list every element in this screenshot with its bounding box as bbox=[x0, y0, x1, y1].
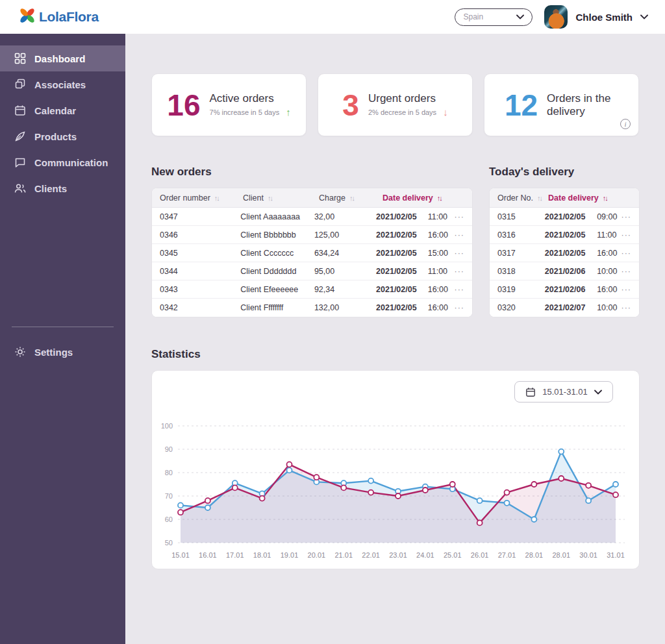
time-cell: 10:00 bbox=[597, 303, 621, 312]
date-range-select[interactable]: 15.01-31.01 bbox=[514, 381, 613, 402]
charge-cell: 32,00 bbox=[314, 212, 376, 221]
order-number-cell: 0346 bbox=[152, 230, 240, 240]
table-row: 03172021/02/0516:00··· bbox=[490, 244, 639, 262]
date-cell: 2021/02/05 bbox=[376, 249, 428, 258]
sidebar-item-clients[interactable]: Clients bbox=[0, 175, 125, 201]
tables-row: New orders Order number↑↓ Client↑↓ Charg… bbox=[151, 166, 639, 317]
row-actions-button[interactable]: ··· bbox=[621, 303, 640, 312]
charge-cell: 132,00 bbox=[314, 303, 376, 312]
svg-text:27.01: 27.01 bbox=[498, 551, 516, 559]
sidebar-item-label: Calendar bbox=[34, 105, 76, 116]
people-icon bbox=[14, 182, 26, 194]
todays-delivery-table: Order No.↑↓ Date delivery↑↓ 03152021/02/… bbox=[489, 188, 640, 317]
row-actions-button[interactable]: ··· bbox=[621, 285, 640, 294]
svg-text:21.01: 21.01 bbox=[334, 551, 353, 559]
user-menu[interactable]: Chloe Smith bbox=[544, 5, 648, 29]
date-cell: 2021/02/06 bbox=[545, 285, 597, 294]
col-charge[interactable]: Charge↑↓ bbox=[319, 193, 383, 203]
statistics-chart-card: 15.01-31.01 506070809010015.0116.0117.01… bbox=[151, 370, 640, 569]
time-cell: 11:00 bbox=[597, 230, 621, 240]
svg-text:28.01: 28.01 bbox=[525, 551, 544, 559]
charge-cell: 634,24 bbox=[314, 249, 376, 258]
calendar-icon bbox=[14, 105, 26, 116]
sidebar-item-dashboard[interactable]: Dashboard bbox=[0, 45, 125, 71]
table-row: 03182021/02/0610:00··· bbox=[490, 262, 639, 280]
row-actions-button[interactable]: ··· bbox=[455, 267, 473, 276]
logo[interactable]: LolaFlora bbox=[18, 6, 99, 27]
col-date-delivery[interactable]: Date delivery↑↓ bbox=[548, 193, 607, 203]
time-cell: 16:00 bbox=[597, 249, 621, 258]
sidebar-item-label: Communication bbox=[34, 157, 108, 168]
date-cell: 2021/02/05 bbox=[376, 303, 428, 312]
sort-icon: ↑↓ bbox=[214, 194, 219, 202]
row-actions-button[interactable]: ··· bbox=[621, 212, 640, 221]
active-orders-label: Active orders bbox=[210, 92, 291, 105]
statistics-title: Statistics bbox=[151, 348, 639, 361]
row-actions-button[interactable]: ··· bbox=[455, 303, 473, 312]
todays-delivery-title: Today's delivery bbox=[489, 166, 640, 179]
sort-active-icon: ↑↓ bbox=[603, 194, 607, 202]
table-row: 03192021/02/0616:00··· bbox=[490, 280, 639, 299]
sidebar-item-associates[interactable]: Associates bbox=[0, 71, 125, 97]
sidebar-item-communication[interactable]: Communication bbox=[0, 149, 125, 175]
row-actions-button[interactable]: ··· bbox=[621, 267, 640, 276]
order-number-cell: 0342 bbox=[152, 303, 240, 312]
urgent-orders-value: 3 bbox=[342, 90, 359, 120]
svg-text:90: 90 bbox=[165, 445, 173, 453]
new-orders-body: 0347Client Aaaaaaaa32,002021/02/0511:00·… bbox=[152, 208, 472, 317]
table-row: 03152021/02/0509:00··· bbox=[490, 208, 639, 226]
table-row: 0343Client Efeeeeee92,342021/02/0516:00·… bbox=[152, 280, 472, 299]
delivery-orders-label: Orders in the delivery bbox=[547, 92, 618, 118]
table-row: 0346Client Bbbbbbb125,002021/02/0516:00·… bbox=[152, 226, 472, 244]
row-actions-button[interactable]: ··· bbox=[455, 249, 473, 258]
sidebar-spacer bbox=[0, 201, 125, 315]
col-order-number[interactable]: Order number↑↓ bbox=[152, 193, 243, 203]
row-actions-button[interactable]: ··· bbox=[455, 285, 473, 294]
order-number-cell: 0316 bbox=[490, 230, 545, 240]
client-cell: Client Ddddddd bbox=[240, 267, 314, 276]
time-cell: 11:00 bbox=[428, 267, 455, 276]
date-cell: 2021/02/05 bbox=[376, 285, 428, 294]
col-date-delivery[interactable]: Date delivery↑↓ bbox=[383, 193, 442, 203]
time-cell: 09:00 bbox=[597, 212, 621, 221]
col-order-no[interactable]: Order No.↑↓ bbox=[490, 193, 548, 203]
sort-active-icon: ↑↓ bbox=[437, 194, 442, 202]
app-root: LolaFlora Spain Chloe Smith Dashboard bbox=[0, 0, 665, 644]
active-orders-sub: 7% increase in 5 days bbox=[210, 108, 280, 116]
client-cell: Client Bbbbbbb bbox=[240, 230, 314, 240]
time-cell: 16:00 bbox=[597, 285, 621, 294]
time-cell: 11:00 bbox=[428, 212, 455, 221]
col-client[interactable]: Client↑↓ bbox=[243, 193, 319, 203]
row-actions-button[interactable]: ··· bbox=[621, 230, 640, 240]
sidebar-item-calendar[interactable]: Calendar bbox=[0, 97, 125, 123]
country-select[interactable]: Spain bbox=[455, 8, 533, 26]
date-cell: 2021/02/05 bbox=[376, 230, 428, 240]
svg-text:28.01: 28.01 bbox=[552, 551, 570, 559]
sidebar-divider bbox=[12, 327, 114, 327]
charge-cell: 92,34 bbox=[314, 285, 376, 294]
row-actions-button[interactable]: ··· bbox=[455, 230, 473, 240]
charge-cell: 125,00 bbox=[314, 230, 376, 240]
order-number-cell: 0343 bbox=[152, 285, 240, 294]
svg-text:24.01: 24.01 bbox=[416, 551, 434, 559]
sidebar-item-label: Dashboard bbox=[34, 53, 85, 64]
country-select-value: Spain bbox=[463, 12, 483, 21]
info-icon[interactable]: i bbox=[620, 119, 631, 129]
client-cell: Client Aaaaaaaa bbox=[240, 212, 314, 221]
row-actions-button[interactable]: ··· bbox=[621, 249, 640, 258]
sidebar-item-products[interactable]: Products bbox=[0, 123, 125, 149]
new-orders-header: Order number↑↓ Client↑↓ Charge↑↓ Date de… bbox=[152, 188, 472, 208]
chevron-down-icon bbox=[640, 14, 648, 19]
table-row: 0347Client Aaaaaaaa32,002021/02/0511:00·… bbox=[152, 208, 472, 226]
todays-delivery-header: Order No.↑↓ Date delivery↑↓ bbox=[490, 188, 639, 208]
sort-icon: ↑↓ bbox=[268, 194, 272, 202]
row-actions-button[interactable]: ··· bbox=[455, 212, 473, 221]
client-cell: Client Efeeeeee bbox=[240, 285, 314, 294]
chevron-down-icon bbox=[516, 14, 524, 19]
active-orders-value: 16 bbox=[167, 90, 200, 120]
date-cell: 2021/02/05 bbox=[376, 212, 428, 221]
pen-icon bbox=[14, 130, 26, 142]
main-content: 16 Active orders 7% increase in 5 days↑ … bbox=[125, 34, 665, 644]
sidebar-item-settings[interactable]: Settings bbox=[0, 339, 125, 365]
todays-delivery-body: 03152021/02/0509:00···03162021/02/0511:0… bbox=[490, 208, 639, 317]
